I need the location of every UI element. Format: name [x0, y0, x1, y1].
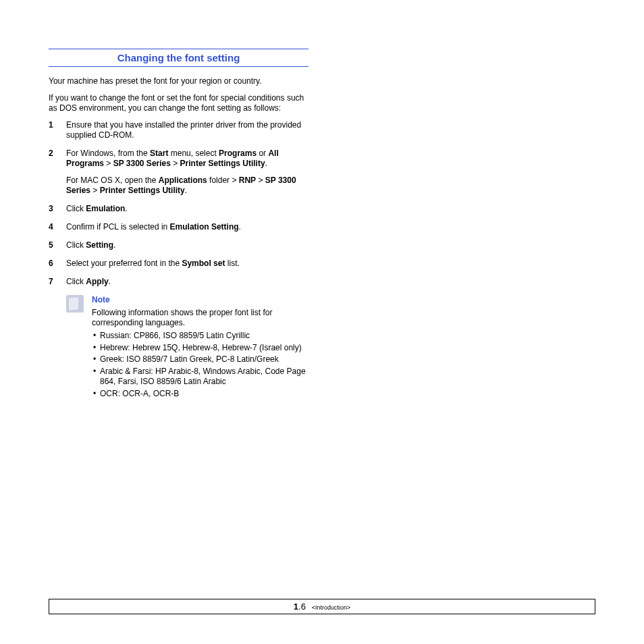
step-number: 5 — [49, 240, 57, 250]
footer-section: <Introduction> — [312, 604, 351, 611]
step-text: Click Emulation. — [66, 204, 308, 214]
note-box: Note Following information shows the pro… — [49, 295, 308, 401]
step-text: Click Apply. — [66, 277, 308, 287]
section-heading: Changing the font setting — [49, 49, 308, 67]
footer-chapter: 1 — [294, 601, 298, 612]
note-bullet-item: Arabic & Farsi: HP Arabic-8, Windows Ara… — [92, 367, 308, 387]
note-description: Following information shows the proper f… — [92, 308, 308, 328]
step-text: For Windows, from the Start menu, select… — [66, 149, 308, 169]
intro-paragraph-1: Your machine has preset the font for you… — [49, 76, 308, 86]
step-body: Click Emulation. — [66, 204, 308, 214]
note-title: Note — [92, 295, 308, 305]
step-body: For Windows, from the Start menu, select… — [66, 149, 308, 196]
note-bullet-item: Greek: ISO 8859/7 Latin Greek, PC-8 Lati… — [92, 354, 308, 365]
step-body: Ensure that you have installed the print… — [66, 120, 308, 140]
step-body: Click Apply. — [66, 277, 308, 287]
steps-list: 1Ensure that you have installed the prin… — [49, 120, 308, 287]
intro-paragraph-2: If you want to change the font or set th… — [49, 93, 308, 113]
step-number: 2 — [49, 149, 57, 196]
step-number: 7 — [49, 277, 57, 287]
page-footer: 1.6 <Introduction> — [49, 599, 595, 614]
step-text: Click Setting. — [66, 240, 308, 250]
step-number: 4 — [49, 222, 57, 232]
step-item: 3Click Emulation. — [49, 204, 308, 214]
note-icon — [66, 295, 84, 313]
note-bullet-item: Hebrew: Hebrew 15Q, Hebrew-8, Hebrew-7 (… — [92, 343, 308, 354]
step-body: Select your preferred font in the Symbol… — [66, 259, 308, 269]
step-body: Confirm if PCL is selected in Emulation … — [66, 222, 308, 232]
note-bullets: Russian: CP866, ISO 8859/5 Latin Cyrilli… — [92, 331, 308, 400]
step-item: 7Click Apply. — [49, 277, 308, 287]
step-item: 5Click Setting. — [49, 240, 308, 250]
step-item: 1Ensure that you have installed the prin… — [49, 120, 308, 140]
step-number: 1 — [49, 120, 57, 140]
step-number: 3 — [49, 204, 57, 214]
step-text: Confirm if PCL is selected in Emulation … — [66, 222, 308, 232]
step-subtext: For MAC OS X, open the Applications fold… — [66, 176, 308, 196]
footer-page: .6 — [298, 601, 306, 612]
step-item: 4Confirm if PCL is selected in Emulation… — [49, 222, 308, 232]
step-number: 6 — [49, 259, 57, 269]
note-bullet-item: Russian: CP866, ISO 8859/5 Latin Cyrilli… — [92, 331, 308, 342]
step-text: Select your preferred font in the Symbol… — [66, 259, 308, 269]
note-content: Note Following information shows the pro… — [92, 295, 308, 401]
step-item: 2For Windows, from the Start menu, selec… — [49, 149, 308, 196]
note-bullet-item: OCR: OCR-A, OCR-B — [92, 389, 308, 400]
step-body: Click Setting. — [66, 240, 308, 250]
step-item: 6Select your preferred font in the Symbo… — [49, 259, 308, 269]
step-text: Ensure that you have installed the print… — [66, 120, 308, 140]
